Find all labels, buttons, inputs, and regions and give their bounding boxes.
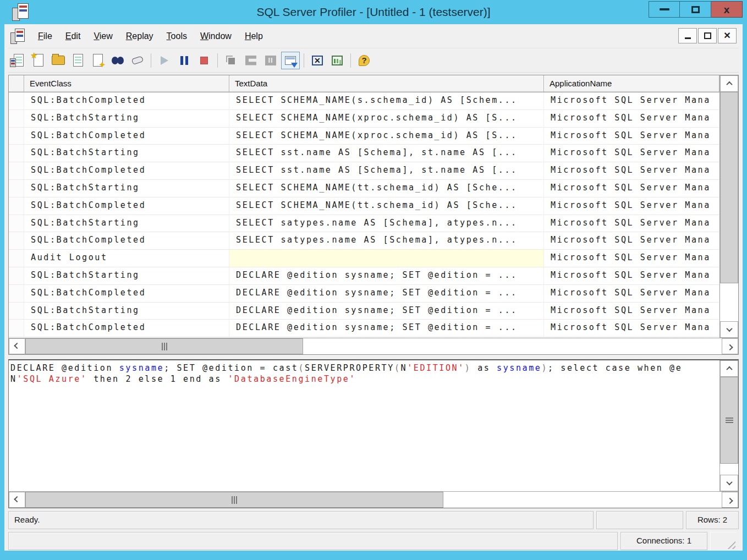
connection-bar: Connections: 1 xyxy=(8,532,739,550)
cell-eventclass: SQL:BatchCompleted xyxy=(24,197,229,215)
scrollbar-thumb[interactable] xyxy=(25,338,303,354)
toggle-column-grouping-button[interactable]: II xyxy=(261,52,280,69)
close-button[interactable]: x xyxy=(711,1,743,18)
table-row[interactable]: SQL:BatchStarting DECLARE @edition sysna… xyxy=(9,303,719,320)
cell-textdata xyxy=(229,250,544,267)
open-trace-button[interactable] xyxy=(49,52,68,69)
scrollbar-thumb[interactable] xyxy=(720,92,738,283)
menu-edit[interactable]: Edit xyxy=(59,29,87,43)
maximize-button[interactable] xyxy=(680,1,711,18)
menu-file[interactable]: File xyxy=(31,29,59,43)
row-selector[interactable] xyxy=(9,128,24,145)
grid-vertical-scrollbar[interactable] xyxy=(719,75,738,338)
properties-button[interactable]: ✦ xyxy=(89,52,107,69)
table-row[interactable]: SQL:BatchCompleted SELECT SCHEMA_NAME(xp… xyxy=(9,128,719,145)
grid-horizontal-scrollbar[interactable] xyxy=(9,338,738,354)
stop-trace-button[interactable] xyxy=(195,52,213,69)
cell-applicationname: Microsoft SQL Server Mana xyxy=(544,320,719,337)
menu-view[interactable]: View xyxy=(87,29,119,43)
aggregated-view-icon xyxy=(245,56,256,65)
help-button[interactable]: ? xyxy=(355,52,374,69)
menu-tools[interactable]: Tools xyxy=(160,29,194,43)
sql-vertical-scrollbar[interactable] xyxy=(719,360,738,491)
toggle-grouped-view-button[interactable] xyxy=(222,52,240,69)
row-selector[interactable] xyxy=(9,92,24,109)
row-selector[interactable] xyxy=(9,145,24,162)
new-trace-button[interactable] xyxy=(9,52,28,69)
auto-scroll-button[interactable] xyxy=(281,52,300,69)
start-trace-button[interactable] xyxy=(155,52,174,69)
grip-icon xyxy=(726,418,733,423)
mdi-restore-button[interactable] xyxy=(698,28,717,43)
table-row[interactable]: Audit Logout Microsoft SQL Server Mana xyxy=(9,250,719,267)
sql-horizontal-scrollbar[interactable] xyxy=(9,491,738,508)
row-selector[interactable] xyxy=(9,232,24,249)
table-row[interactable]: SQL:BatchCompleted SELECT satypes.name A… xyxy=(9,232,719,250)
scroll-left-button[interactable] xyxy=(9,492,25,508)
row-selector[interactable] xyxy=(9,162,24,179)
cell-textdata: DECLARE @edition sysname; SET @edition =… xyxy=(229,267,544,284)
mdi-close-button[interactable]: ✕ xyxy=(718,28,737,43)
connection-panel-empty xyxy=(8,532,618,550)
row-selector[interactable] xyxy=(9,267,24,284)
scroll-down-button[interactable] xyxy=(720,321,738,338)
scroll-left-button[interactable] xyxy=(9,338,25,354)
minimize-button[interactable] xyxy=(649,1,680,18)
scroll-up-button[interactable] xyxy=(720,75,738,92)
find-button[interactable] xyxy=(108,52,127,69)
row-selector[interactable] xyxy=(9,180,24,197)
table-row[interactable]: SQL:BatchCompleted DECLARE @edition sysn… xyxy=(9,285,719,303)
grip-icon xyxy=(232,496,237,504)
column-header-applicationname[interactable]: ApplicationName xyxy=(544,75,719,92)
toggle-aggregated-view-button[interactable] xyxy=(241,52,260,69)
status-message: Ready. xyxy=(8,511,594,529)
menu-replay[interactable]: Replay xyxy=(119,29,160,43)
table-row[interactable]: SQL:BatchStarting SELECT satypes.name AS… xyxy=(9,215,719,233)
organize-columns-button[interactable] xyxy=(328,52,347,69)
scroll-down-button[interactable] xyxy=(720,475,738,491)
cell-applicationname: Microsoft SQL Server Mana xyxy=(544,197,719,215)
cell-textdata: DECLARE @edition sysname; SET @edition =… xyxy=(229,285,544,302)
table-row[interactable]: SQL:BatchCompleted SELECT SCHEMA_NAME(s.… xyxy=(9,92,719,110)
cell-applicationname: Microsoft SQL Server Mana xyxy=(544,92,719,109)
save-trace-button[interactable] xyxy=(69,52,87,69)
table-row[interactable]: SQL:BatchStarting SELECT SCHEMA_NAME(tt.… xyxy=(9,180,719,197)
scroll-up-button[interactable] xyxy=(720,360,738,377)
row-selector[interactable] xyxy=(9,197,24,215)
table-row[interactable]: SQL:BatchStarting SELECT SCHEMA_NAME(xpr… xyxy=(9,110,719,128)
scrollbar-thumb[interactable] xyxy=(25,492,443,508)
sql-text[interactable]: DECLARE @edition sysname; SET @edition =… xyxy=(9,360,719,491)
scroll-right-button[interactable] xyxy=(722,338,738,354)
row-selector[interactable] xyxy=(9,320,24,337)
resize-grip[interactable] xyxy=(710,532,737,550)
menu-help[interactable]: Help xyxy=(238,29,270,43)
cell-applicationname: Microsoft SQL Server Mana xyxy=(544,162,719,179)
mdi-document-icon[interactable] xyxy=(10,29,25,44)
scrollbar-thumb[interactable] xyxy=(720,377,738,464)
column-header-textdata[interactable]: TextData xyxy=(229,75,544,92)
row-selector[interactable] xyxy=(9,215,24,232)
column-header-eventclass[interactable]: EventClass xyxy=(24,75,229,92)
table-row[interactable]: SQL:BatchStarting DECLARE @edition sysna… xyxy=(9,267,719,285)
pause-trace-button[interactable] xyxy=(175,52,194,69)
profiler-window: SQL Server Profiler - [Untitled - 1 (tes… xyxy=(0,0,747,560)
title-bar[interactable]: SQL Server Profiler - [Untitled - 1 (tes… xyxy=(4,0,743,24)
menu-window[interactable]: Window xyxy=(194,29,238,43)
rows-count: Rows: 2 xyxy=(686,511,739,529)
new-template-button[interactable]: ★ xyxy=(29,52,48,69)
table-row[interactable]: SQL:BatchCompleted DECLARE @edition sysn… xyxy=(9,320,719,337)
clear-trace-button[interactable] xyxy=(128,52,147,69)
row-selector[interactable] xyxy=(9,110,24,127)
row-selector[interactable] xyxy=(9,285,24,302)
toolbar-separator xyxy=(151,53,151,68)
table-row[interactable]: SQL:BatchCompleted SELECT sst.name AS [S… xyxy=(9,162,719,180)
mdi-minimize-button[interactable] xyxy=(678,28,697,43)
column-filters-button[interactable] xyxy=(308,52,327,69)
cell-eventclass: SQL:BatchStarting xyxy=(24,215,229,232)
row-selector[interactable] xyxy=(9,250,24,267)
cell-eventclass: Audit Logout xyxy=(24,250,229,267)
scroll-right-button[interactable] xyxy=(722,492,738,508)
table-row[interactable]: SQL:BatchCompleted SELECT SCHEMA_NAME(tt… xyxy=(9,197,719,215)
table-row[interactable]: SQL:BatchStarting SELECT sst.name AS [Sc… xyxy=(9,145,719,162)
row-selector[interactable] xyxy=(9,303,24,320)
